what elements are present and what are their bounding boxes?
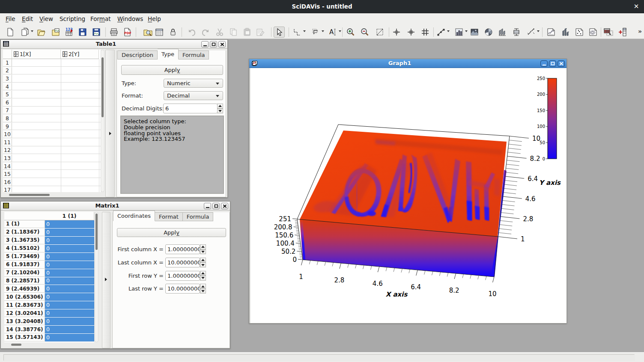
matrix1-row-header[interactable]: 4 (1.55102) <box>4 245 45 252</box>
matrix1-tab-formula[interactable]: Formula <box>183 212 214 221</box>
arrange-layers-button[interactable] <box>310 27 321 38</box>
table1-row[interactable] <box>12 75 101 83</box>
matrix1-panel-collapse-handle[interactable] <box>102 212 110 348</box>
table1-row-header[interactable]: 7 <box>3 107 12 115</box>
matrix1-row-header[interactable]: 12 (3.02041) <box>4 309 45 317</box>
graph1-titlebar[interactable]: Graph1 <box>249 59 566 68</box>
table1-row-header[interactable]: 16 <box>3 178 12 186</box>
table1-row-header[interactable]: 14 <box>3 163 12 170</box>
matrix1-apply-button[interactable]: Apply <box>117 228 226 237</box>
matrix1-row-header[interactable]: 11 (2.83673) <box>4 301 45 309</box>
graph1-canvas[interactable]: 050.2100.4150.6200.825112.84.66.48.210X … <box>250 68 567 323</box>
minimize-button[interactable] <box>201 41 209 47</box>
maximize-button[interactable] <box>212 203 220 209</box>
scrollbar-thumb[interactable] <box>101 57 104 117</box>
pointer-button[interactable] <box>274 27 285 38</box>
matrix1-tab-coordinates[interactable]: Coordinates <box>113 211 155 221</box>
scrollbar-thumb[interactable] <box>11 344 21 346</box>
table1-vertical-scrollbar[interactable] <box>101 50 104 192</box>
spin-down-button[interactable] <box>200 262 206 267</box>
table1-row[interactable] <box>12 83 101 91</box>
table1-row-header[interactable]: 12 <box>3 147 12 154</box>
table1-panel-collapse-handle[interactable] <box>105 50 115 197</box>
matrix1-row-header[interactable]: 7 (2.10204) <box>4 269 45 277</box>
table1-row[interactable] <box>12 163 101 170</box>
table1-row-header[interactable]: 13 <box>3 154 12 162</box>
matrix1-row-header[interactable]: 15 (3.57143) <box>4 334 45 341</box>
table1-row[interactable] <box>12 147 101 154</box>
edit-button[interactable] <box>255 27 266 38</box>
matrix1-titlebar[interactable]: Matrix1 <box>1 202 230 211</box>
menu-file[interactable]: File <box>3 13 18 25</box>
maximize-button[interactable] <box>549 60 556 67</box>
paste-button[interactable] <box>242 27 253 38</box>
table1-row[interactable] <box>12 154 101 162</box>
copy-button[interactable] <box>228 27 239 38</box>
spin-down-button[interactable] <box>217 109 223 114</box>
table1-row[interactable] <box>12 91 101 98</box>
last-row-y-spinbox[interactable]: 10.00000000 <box>165 284 200 294</box>
matrix1-cell[interactable]: 0 <box>45 228 94 236</box>
menu-windows[interactable]: Windows <box>115 13 145 25</box>
spin-up-button[interactable] <box>200 258 206 263</box>
matrix1-row-header[interactable]: 9 (2.46939) <box>4 285 45 293</box>
matrix1-row-header[interactable]: 14 (3.38776) <box>4 326 45 333</box>
decimal-digits-spinbox[interactable]: 6 <box>163 104 218 113</box>
spin-up-button[interactable] <box>200 284 206 289</box>
matrix1-horizontal-scrollbar[interactable] <box>4 343 100 347</box>
menu-edit[interactable]: Edit <box>20 13 35 25</box>
undo-button[interactable] <box>186 27 197 38</box>
add-text-button[interactable]: A <box>327 27 338 38</box>
bars-3d-button[interactable] <box>560 27 571 38</box>
close-button[interactable] <box>221 203 228 209</box>
table1-row-header[interactable]: 11 <box>3 139 12 146</box>
line-symbol-plot-dropdown-arrow[interactable] <box>447 30 450 32</box>
open-image-button[interactable] <box>50 27 61 38</box>
minimize-button[interactable] <box>204 203 211 209</box>
table1-apply-button[interactable]: Apply <box>121 65 223 75</box>
window-close-icon[interactable]: ✕ <box>630 0 642 13</box>
menu-view[interactable]: View <box>37 13 55 25</box>
matrix1-tab-format[interactable]: Format <box>155 212 183 221</box>
matrix1-row-header[interactable]: 10 (2.65306) <box>4 293 45 301</box>
bar-plot-button[interactable] <box>453 27 465 38</box>
spin-up-button[interactable] <box>200 271 206 276</box>
screen-reader-button[interactable] <box>391 27 402 38</box>
table1-row-header[interactable]: 6 <box>3 99 12 107</box>
table1-row-header[interactable]: 2 <box>3 67 12 75</box>
new-window-button[interactable] <box>19 27 30 38</box>
table1-column-header[interactable]: 122[Y] <box>61 50 99 59</box>
add-text-dropdown-arrow[interactable] <box>339 30 341 32</box>
toolbar-overflow-chevron[interactable]: » <box>638 28 642 35</box>
table1-row-header[interactable]: 9 <box>3 123 12 131</box>
table1-row[interactable] <box>12 67 101 75</box>
save-project-button[interactable] <box>77 27 88 38</box>
table1-row-header[interactable]: 5 <box>3 91 12 98</box>
table1-row[interactable] <box>12 131 101 138</box>
table1-row[interactable] <box>12 170 101 178</box>
menu-help[interactable]: Help <box>146 13 163 25</box>
contour-3d-button[interactable] <box>587 27 599 38</box>
matrix1-cell[interactable]: 0 <box>45 237 94 244</box>
close-button[interactable] <box>558 60 565 67</box>
box-plot-button[interactable] <box>511 27 522 38</box>
vector-plot-button[interactable] <box>525 27 537 38</box>
table1-row-header[interactable]: 10 <box>3 131 12 138</box>
matrix1-column-header[interactable]: 1 (1) <box>45 212 94 220</box>
menu-scripting[interactable]: Scripting <box>57 13 87 25</box>
table1-row[interactable] <box>12 187 101 192</box>
table1-row-header[interactable]: 15 <box>3 170 12 178</box>
matrix1-row-header[interactable]: 3 (1.36735) <box>4 237 45 244</box>
data-reader-button[interactable] <box>405 27 417 38</box>
table1-row[interactable] <box>12 123 101 131</box>
lock-button[interactable] <box>167 27 179 38</box>
matrix1-row-header[interactable]: 1 (1) <box>4 220 45 228</box>
surface-3d-button[interactable] <box>546 27 557 38</box>
export-pdf-button[interactable]: PDF <box>122 27 133 38</box>
histogram-3d-button[interactable] <box>497 27 508 38</box>
matrix1-cell[interactable]: 0 <box>45 293 94 301</box>
table1-column-header[interactable]: 121[X] <box>12 50 61 59</box>
table1-row[interactable] <box>12 59 101 67</box>
scrollbar-thumb[interactable] <box>95 214 98 250</box>
matrix1-grid[interactable]: 1 (1)1 (1)02 (1.18367)03 (1.36735)04 (1.… <box>4 212 94 342</box>
